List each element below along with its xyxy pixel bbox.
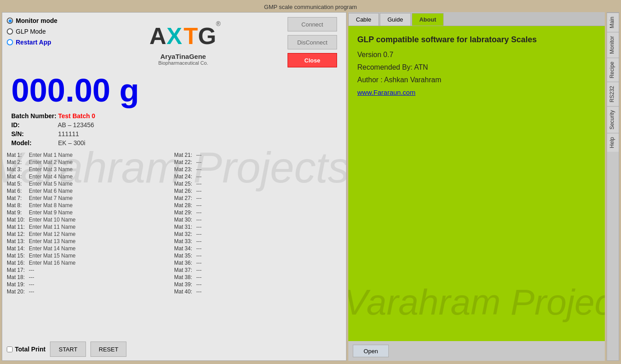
monitor-mode-radio[interactable]: Monitor mode — [7, 17, 79, 24]
list-item: Mat 40:--- — [174, 289, 342, 295]
svg-text:®: ® — [216, 20, 221, 27]
list-item: Mat 39:--- — [174, 281, 342, 288]
svg-text:T: T — [184, 23, 198, 49]
start-button[interactable]: START — [50, 342, 86, 357]
list-item: Mat 33:--- — [174, 238, 342, 244]
list-item: Mat 30:--- — [174, 217, 342, 223]
list-item: Mat 5:Enter Mat 5 Name — [7, 181, 174, 187]
tab-cable[interactable]: Cable — [348, 13, 379, 26]
tab-guide[interactable]: Guide — [380, 13, 411, 26]
about-title: GLP compatible software for labratoary S… — [357, 35, 596, 44]
list-item: Mat 8:Enter Mat 8 Name — [7, 202, 174, 209]
radio-circle-monitor — [7, 18, 13, 24]
about-version: Version 0.7 — [357, 51, 596, 59]
connect-button[interactable]: Connect — [288, 17, 337, 31]
id-row: ID: AB – 123456 — [11, 121, 337, 129]
sidebar-item-recipe[interactable]: Recipe — [607, 58, 619, 82]
list-item: Mat 28:--- — [174, 202, 342, 209]
right-panel: Cable Guide About GLP compatible softwar… — [348, 12, 605, 361]
company-logo: A X T G ® — [145, 17, 221, 51]
list-item: Mat 23:--- — [174, 166, 342, 173]
title-bar: GMP scale communication program — [0, 0, 621, 12]
bottom-bar: Total Print START RESET — [2, 338, 346, 360]
weight-display: 000.00 g — [2, 67, 346, 109]
list-item: Mat 34:--- — [174, 245, 342, 252]
list-item: Mat 10:Enter Mat 10 Name — [7, 217, 174, 223]
glp-mode-radio[interactable]: GLP Mode — [7, 28, 79, 35]
svg-text:G: G — [198, 23, 216, 49]
list-item: Mat 38:--- — [174, 274, 342, 280]
tab-bar: Cable Guide About — [348, 12, 605, 26]
sidebar: Main Monitor Recipe RS232 Security Help — [607, 12, 619, 361]
reset-button[interactable]: RESET — [90, 342, 126, 357]
app-title: GMP scale communication program — [264, 4, 357, 10]
list-item: Mat 32:--- — [174, 231, 342, 237]
total-print-checkbox[interactable]: Total Print — [7, 346, 45, 353]
radio-group: Monitor mode GLP Mode Restart App — [7, 17, 79, 46]
list-item: Mat 13:Enter Mat 13 Name — [7, 238, 174, 244]
restart-app-radio[interactable]: Restart App — [7, 39, 79, 46]
sidebar-item-main[interactable]: Main — [607, 13, 619, 32]
radio-circle-restart — [7, 39, 13, 45]
list-item: Mat 15:Enter Mat 15 Name — [7, 253, 174, 259]
about-watermark: Varahram Projects — [348, 282, 605, 323]
left-panel: Monitor mode GLP Mode Restart App A — [2, 12, 346, 361]
list-item: Mat 18:--- — [7, 274, 174, 280]
sidebar-item-help[interactable]: Help — [607, 133, 619, 152]
list-item: Mat 17:--- — [7, 267, 174, 273]
list-item: Mat 19:--- — [7, 281, 174, 288]
svg-text:X: X — [166, 23, 182, 49]
connect-buttons-group: Connect DisConnect Close — [288, 17, 342, 67]
about-recommended: Recomended By: ATN — [357, 63, 596, 71]
list-item: Mat 27:--- — [174, 195, 342, 201]
list-item: Mat 26:--- — [174, 188, 342, 194]
list-item: Mat 2:Enter Mat 2 Name — [7, 159, 174, 165]
list-item: Mat 11:Enter Mat 11 Name — [7, 224, 174, 230]
list-item: Mat 7:Enter Mat 7 Name — [7, 195, 174, 201]
open-button[interactable]: Open — [353, 345, 389, 357]
list-item: Mat 24:--- — [174, 173, 342, 180]
about-author: Author : Ashkan Varahram — [357, 76, 596, 84]
list-item: Mat 31:--- — [174, 224, 342, 230]
about-website[interactable]: www.Fararaun.com — [357, 89, 596, 96]
list-item: Mat 16:Enter Mat 16 Name — [7, 260, 174, 266]
sn-row: S/N: 111111 — [11, 130, 337, 138]
list-item: Mat 3:Enter Mat 3 Name — [7, 166, 174, 173]
materials-column-2: Mat 21:---Mat 22:---Mat 23:---Mat 24:---… — [174, 152, 342, 296]
model-row: Model: EK – 300i — [11, 139, 337, 146]
list-item: Mat 14:Enter Mat 14 Name — [7, 245, 174, 252]
sidebar-item-security[interactable]: Security — [607, 106, 619, 133]
list-item: Mat 21:--- — [174, 152, 342, 158]
svg-text:A: A — [149, 23, 166, 49]
close-button[interactable]: Close — [288, 53, 337, 67]
logo-area: A X T G ® AryaTinaGene Biopharma — [79, 17, 288, 66]
list-item: Mat 6:Enter Mat 6 Name — [7, 188, 174, 194]
list-item: Mat 1:Enter Mat 1 Name — [7, 152, 174, 158]
about-content: GLP compatible software for labratoary S… — [348, 26, 605, 341]
list-item: Mat 29:--- — [174, 209, 342, 216]
batch-row: Batch Number: Test Batch 0 — [11, 112, 337, 120]
materials-column-1: Mat 1:Enter Mat 1 NameMat 2:Enter Mat 2 … — [7, 152, 174, 296]
logo-subtitle: Biopharmaceutical Co. — [145, 60, 221, 66]
radio-circle-glp — [7, 28, 13, 35]
list-item: Mat 36:--- — [174, 260, 342, 266]
sidebar-item-rs232[interactable]: RS232 — [607, 82, 619, 106]
list-item: Mat 4:Enter Mat 4 Name — [7, 173, 174, 180]
logo-box: A X T G ® AryaTinaGene Biopharma — [145, 17, 221, 66]
total-print-check[interactable] — [7, 346, 13, 352]
list-item: Mat 20:--- — [7, 289, 174, 295]
about-footer: Open — [348, 341, 605, 361]
disconnect-button[interactable]: DisConnect — [288, 35, 337, 49]
list-item: Mat 25:--- — [174, 181, 342, 187]
tab-about[interactable]: About — [412, 13, 444, 26]
list-item: Mat 9:Enter Mat 9 Name — [7, 209, 174, 216]
logo-name: AryaTinaGene — [145, 53, 221, 60]
materials-section: Mat 1:Enter Mat 1 NameMat 2:Enter Mat 2 … — [2, 152, 346, 296]
info-section: Batch Number: Test Batch 0 ID: AB – 1234… — [2, 109, 346, 152]
list-item: Mat 12:Enter Mat 12 Name — [7, 231, 174, 237]
list-item: Mat 37:--- — [174, 267, 342, 273]
sidebar-item-monitor[interactable]: Monitor — [607, 32, 619, 58]
list-item: Mat 22:--- — [174, 159, 342, 165]
list-item: Mat 35:--- — [174, 253, 342, 259]
